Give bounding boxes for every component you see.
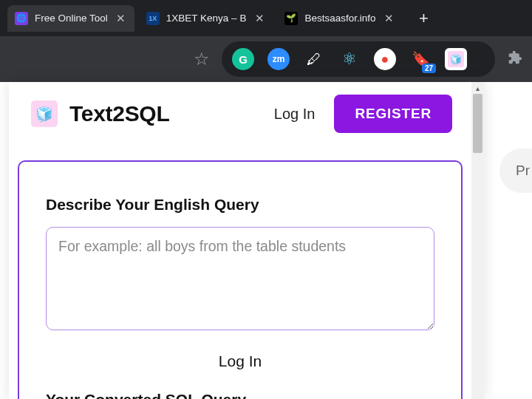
query-label: Describe Your English Query [46, 196, 434, 214]
app-logo-icon: 🧊 [31, 100, 58, 127]
query-input[interactable] [46, 227, 434, 330]
page-viewport: Pr ▴ 🧊 Text2SQL Log In REGISTER Describe… [0, 82, 532, 399]
site-icon: 1X [146, 12, 160, 25]
bookmark-star-icon[interactable]: ☆ [194, 49, 210, 69]
extensions-menu-icon[interactable] [504, 50, 526, 68]
tab-title: 1XBET Kenya – B [166, 13, 247, 24]
grammarly-icon[interactable]: G [232, 48, 254, 70]
extension-popup: ▴ 🧊 Text2SQL Log In REGISTER Describe Yo… [9, 82, 484, 399]
text2sql-ext-icon[interactable]: 🧊 [445, 48, 467, 70]
tab-0[interactable]: 🌐 Free Online Tool ✕ [7, 5, 134, 32]
scroll-thumb[interactable] [473, 94, 482, 153]
omnibox[interactable]: ☆ [0, 44, 222, 74]
tab-title: Bestsaasfor.info [304, 13, 375, 24]
new-tab-button[interactable]: + [412, 7, 434, 30]
brand-name: Text2SQL [69, 101, 169, 126]
ext-badge: 27 [422, 64, 436, 73]
query-card: Describe Your English Query Log In Your … [18, 160, 463, 399]
scrollbar[interactable]: ▴ [471, 82, 484, 399]
extension-strip: G zm 🖊 ⚛ ● 🔖 27 🧊 [222, 41, 495, 77]
leaf-icon: 🌱 [284, 12, 298, 25]
badge-ext-icon[interactable]: 🔖 27 [409, 48, 432, 70]
page-behind [0, 82, 9, 399]
eyedropper-icon[interactable]: 🖊 [303, 48, 325, 70]
center-login-link[interactable]: Log In [46, 352, 434, 370]
result-label: Your Converted SQL Query [46, 391, 434, 399]
toolbar: ☆ G zm 🖊 ⚛ ● 🔖 27 🧊 [0, 36, 532, 82]
react-devtools-icon[interactable]: ⚛ [338, 48, 361, 70]
tab-1[interactable]: 1X 1XBET Kenya – B ✕ [139, 5, 273, 32]
login-link[interactable]: Log In [274, 106, 316, 123]
register-button[interactable]: REGISTER [334, 95, 452, 133]
zoom-icon[interactable]: zm [267, 48, 290, 70]
scroll-up-icon[interactable]: ▴ [471, 82, 484, 95]
tab-title: Free Online Tool [35, 13, 108, 24]
close-icon[interactable]: ✕ [115, 12, 127, 25]
close-icon[interactable]: ✕ [253, 12, 265, 25]
close-icon[interactable]: ✕ [383, 12, 395, 25]
mic-icon[interactable]: ● [374, 48, 396, 70]
popup-header: 🧊 Text2SQL Log In REGISTER [9, 82, 471, 146]
tab-strip: 🌐 Free Online Tool ✕ 1X 1XBET Kenya – B … [0, 0, 532, 36]
tab-2[interactable]: 🌱 Bestsaasfor.info ✕ [277, 5, 402, 32]
globe-icon: 🌐 [15, 12, 28, 25]
background-button[interactable]: Pr [499, 149, 532, 193]
